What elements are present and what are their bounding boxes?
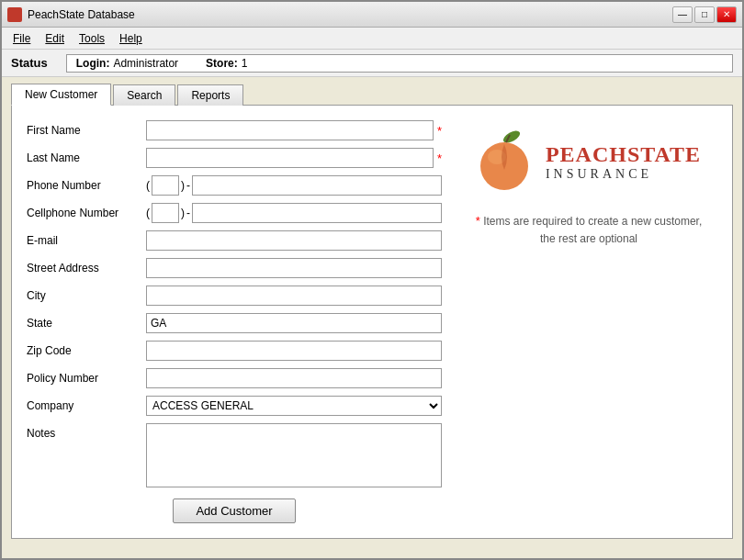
- first-name-input[interactable]: [146, 120, 434, 140]
- store-value: 1: [242, 57, 248, 70]
- cell-dash: -: [186, 207, 190, 219]
- menu-edit[interactable]: Edit: [38, 30, 72, 47]
- street-row: Street Address: [27, 258, 442, 278]
- email-row: E-mail: [27, 230, 442, 251]
- title-bar-controls: — □ ✕: [672, 6, 737, 23]
- tabs-bar: New Customer Search Reports: [2, 77, 742, 105]
- logo-insurance: INSURANCE: [546, 167, 701, 182]
- city-row: City: [27, 286, 442, 306]
- required-note-text2: the rest are optional: [540, 232, 637, 245]
- first-name-row: First Name *: [27, 120, 442, 140]
- title-bar: PeachState Database — □ ✕: [2, 2, 742, 28]
- cellphone-label: Cellphone Number: [27, 207, 146, 219]
- city-label: City: [27, 289, 146, 302]
- phone-area-input[interactable]: [152, 175, 179, 196]
- email-input[interactable]: [146, 230, 442, 251]
- cellphone-input-group: ( ) -: [146, 203, 442, 223]
- phone-main-input[interactable]: [192, 175, 442, 196]
- notes-label: Notes: [27, 423, 146, 440]
- phone-dash: -: [186, 179, 190, 192]
- status-bar: Status Login: Administrator Store: 1: [2, 50, 742, 77]
- last-name-row: Last Name *: [27, 148, 442, 168]
- zip-row: Zip Code: [27, 341, 442, 361]
- logo-peachstate: PEACHSTATE: [546, 142, 701, 167]
- menu-help[interactable]: Help: [112, 30, 150, 47]
- last-name-required: *: [437, 151, 442, 165]
- main-panel: First Name * Last Name * Phone Number ( …: [11, 105, 733, 539]
- required-note-text: Items are required to create a new custo…: [480, 215, 702, 228]
- add-customer-button[interactable]: Add Customer: [173, 498, 295, 523]
- logo-text: PEACHSTATE INSURANCE: [546, 142, 701, 182]
- cell-area-input[interactable]: [152, 203, 179, 223]
- title-bar-left: PeachState Database: [7, 7, 135, 22]
- street-input[interactable]: [146, 258, 442, 278]
- last-name-input[interactable]: [146, 148, 434, 168]
- status-label: Status: [11, 56, 48, 70]
- menu-bar: File Edit Tools Help: [2, 28, 742, 50]
- policy-label: Policy Number: [27, 372, 146, 385]
- city-input[interactable]: [146, 286, 442, 306]
- first-name-label: First Name: [27, 124, 146, 137]
- logo-area: PEACHSTATE INSURANCE: [477, 129, 701, 194]
- state-label: State: [27, 317, 146, 330]
- zip-input[interactable]: [146, 341, 442, 361]
- phone-label: Phone Number: [27, 179, 146, 192]
- close-button[interactable]: ✕: [716, 6, 737, 23]
- cell-main-input[interactable]: [192, 203, 442, 223]
- maximize-button[interactable]: □: [694, 6, 715, 23]
- zip-label: Zip Code: [27, 344, 146, 357]
- tab-reports[interactable]: Reports: [177, 84, 243, 106]
- store-field: Store: 1: [206, 57, 247, 70]
- phone-close-paren: ): [181, 179, 185, 192]
- menu-file[interactable]: File: [6, 30, 38, 47]
- status-content: Login: Administrator Store: 1: [66, 54, 733, 73]
- email-label: E-mail: [27, 234, 146, 247]
- policy-input[interactable]: [146, 368, 442, 388]
- store-label: Store:: [206, 57, 238, 70]
- company-row: Company ACCESS GENERAL ALLSTATE GEICO PR…: [27, 396, 442, 416]
- state-input[interactable]: [146, 313, 442, 333]
- phone-input-group: ( ) -: [146, 175, 442, 196]
- last-name-label: Last Name: [27, 151, 146, 164]
- required-note: * Items are required to create a new cus…: [476, 212, 703, 247]
- tab-search[interactable]: Search: [113, 84, 175, 106]
- peach-logo-svg: [477, 129, 536, 194]
- cellphone-row: Cellphone Number ( ) -: [27, 203, 442, 223]
- street-label: Street Address: [27, 262, 146, 274]
- menu-tools[interactable]: Tools: [72, 30, 112, 47]
- window-title: PeachState Database: [28, 8, 135, 21]
- form-section: First Name * Last Name * Phone Number ( …: [27, 120, 442, 523]
- notes-row: Notes: [27, 423, 442, 487]
- phone-row: Phone Number ( ) -: [27, 175, 442, 196]
- tab-new-customer[interactable]: New Customer: [11, 84, 111, 106]
- company-label: Company: [27, 399, 146, 412]
- company-select[interactable]: ACCESS GENERAL ALLSTATE GEICO PROGRESSIV…: [146, 396, 442, 416]
- login-field: Login: Administrator: [76, 57, 178, 70]
- policy-row: Policy Number: [27, 368, 442, 388]
- info-section: PEACHSTATE INSURANCE * Items are require…: [460, 120, 717, 523]
- notes-textarea[interactable]: [146, 423, 442, 487]
- cell-close-paren: ): [181, 207, 185, 219]
- minimize-button[interactable]: —: [672, 6, 693, 23]
- cell-open-paren: (: [146, 207, 150, 219]
- login-value: Administrator: [113, 57, 178, 70]
- login-label: Login:: [76, 57, 110, 70]
- first-name-required: *: [437, 124, 442, 138]
- phone-open-paren: (: [146, 179, 150, 192]
- app-icon: [7, 7, 22, 22]
- state-row: State: [27, 313, 442, 333]
